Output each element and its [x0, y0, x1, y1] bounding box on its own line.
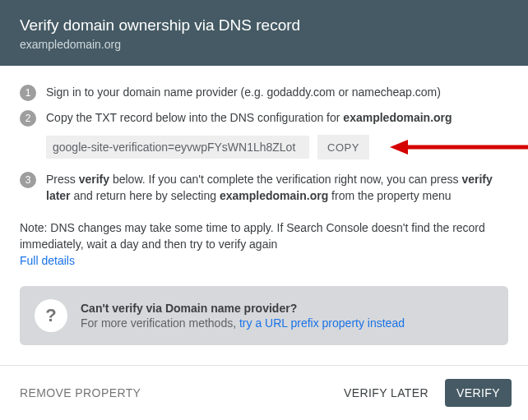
dialog-subtitle: exampledomain.org — [20, 38, 508, 51]
step-number-icon: 1 — [20, 85, 36, 101]
step-3-part: and return here by selecting — [71, 189, 220, 202]
step-1: 1 Sign in to your domain name provider (… — [20, 84, 508, 101]
step-3-part: from the property menu — [328, 189, 451, 202]
verify-domain-dialog: Verify domain ownership via DNS record e… — [0, 0, 528, 345]
info-title: Can't verify via Domain name provider? — [81, 302, 405, 315]
step-number-icon: 3 — [20, 172, 36, 188]
svg-marker-1 — [390, 140, 408, 155]
info-box: ? Can't verify via Domain name provider?… — [20, 286, 508, 345]
step-3: 3 Press verify below. If you can't compl… — [20, 171, 508, 205]
step-3-bold: exampledomain.org — [220, 189, 328, 202]
annotation-arrow-icon — [390, 137, 528, 157]
step-3-text: Press verify below. If you can't complet… — [46, 171, 508, 205]
dialog-title: Verify domain ownership via DNS record — [20, 16, 508, 35]
step-2-domain: exampledomain.org — [343, 111, 452, 124]
txt-record-row: google-site-verification=eyvwpFYsWN1Lh8Z… — [46, 135, 508, 159]
step-2-text: Copy the TXT record below into the DNS c… — [46, 109, 508, 126]
verify-button[interactable]: VERIFY — [445, 379, 512, 407]
dialog-footer: REMOVE PROPERTY VERIFY LATER VERIFY — [0, 365, 528, 420]
info-sub-prefix: For more verification methods, — [81, 316, 239, 330]
url-prefix-link[interactable]: try a URL prefix property instead — [239, 316, 405, 330]
txt-record-field[interactable]: google-site-verification=eyvwpFYsWN1Lh8Z… — [46, 136, 309, 159]
step-3-bold: verify — [79, 173, 109, 186]
step-1-text: Sign in to your domain name provider (e.… — [46, 84, 508, 100]
step-2: 2 Copy the TXT record below into the DNS… — [20, 109, 508, 127]
copy-button[interactable]: COPY — [317, 135, 369, 159]
full-details-link[interactable]: Full details — [20, 254, 75, 267]
dialog-header: Verify domain ownership via DNS record e… — [0, 0, 528, 66]
step-3-part: below. If you can't complete the verific… — [109, 173, 461, 186]
remove-property-button[interactable]: REMOVE PROPERTY — [20, 386, 141, 399]
step-2-prefix: Copy the TXT record below into the DNS c… — [46, 111, 343, 124]
info-subtitle: For more verification methods, try a URL… — [81, 316, 405, 330]
question-mark-icon: ? — [35, 299, 67, 332]
step-3-part: Press — [46, 173, 79, 186]
note-text: Note: DNS changes may take some time to … — [20, 219, 508, 253]
verify-later-button[interactable]: VERIFY LATER — [332, 379, 440, 407]
step-number-icon: 2 — [20, 110, 36, 127]
dialog-content: 1 Sign in to your domain name provider (… — [0, 66, 528, 345]
info-text: Can't verify via Domain name provider? F… — [81, 302, 405, 330]
